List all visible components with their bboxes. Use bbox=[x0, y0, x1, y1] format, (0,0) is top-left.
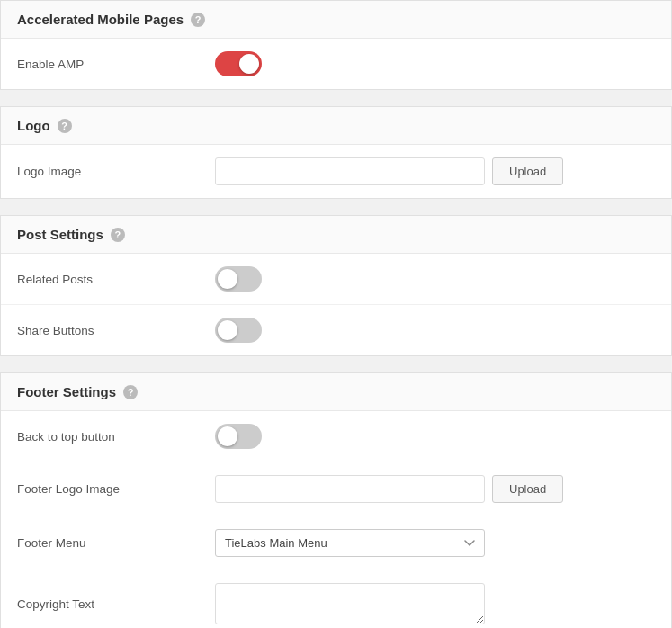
setting-row-copyright: Copyright Text bbox=[1, 570, 671, 628]
share-buttons-control bbox=[215, 318, 655, 343]
section-amp-header: Accelerated Mobile Pages ? bbox=[1, 1, 671, 39]
setting-row-footer-menu: Footer Menu TieLabs Main Menu Primary Me… bbox=[1, 516, 671, 570]
logo-input-group: Upload bbox=[215, 157, 563, 185]
toggle-thumb-share-buttons bbox=[218, 320, 237, 340]
share-buttons-toggle[interactable] bbox=[215, 318, 262, 343]
footer-logo-control: Upload bbox=[215, 475, 655, 503]
enable-amp-label: Enable AMP bbox=[17, 58, 215, 71]
footer-logo-input-group: Upload bbox=[215, 475, 563, 503]
section-logo-header: Logo ? bbox=[1, 107, 671, 145]
footer-menu-label: Footer Menu bbox=[17, 536, 215, 550]
related-posts-toggle[interactable] bbox=[215, 266, 262, 292]
setting-row-share-buttons: Share Buttons bbox=[1, 305, 671, 355]
section-amp-title: Accelerated Mobile Pages bbox=[17, 12, 184, 27]
post-settings-help-icon[interactable]: ? bbox=[111, 228, 125, 242]
logo-image-label: Logo Image bbox=[17, 165, 215, 178]
setting-row-back-to-top: Back to top button bbox=[1, 411, 671, 462]
copyright-text-label: Copyright Text bbox=[17, 597, 215, 611]
related-posts-label: Related Posts bbox=[17, 273, 215, 286]
section-logo-title: Logo bbox=[17, 118, 50, 133]
related-posts-control bbox=[215, 266, 655, 292]
amp-help-icon[interactable]: ? bbox=[191, 13, 205, 27]
setting-row-related-posts: Related Posts bbox=[1, 254, 671, 305]
footer-menu-control: TieLabs Main Menu Primary Menu Footer Me… bbox=[215, 529, 655, 557]
section-footer-settings-header: Footer Settings ? bbox=[1, 373, 671, 411]
enable-amp-control bbox=[215, 51, 655, 76]
footer-logo-upload-button[interactable]: Upload bbox=[492, 475, 563, 503]
back-to-top-label: Back to top button bbox=[17, 430, 215, 444]
section-logo-body: Logo Image Upload bbox=[1, 145, 671, 198]
section-post-settings: Post Settings ? Related Posts Share Butt… bbox=[0, 215, 672, 356]
logo-upload-button[interactable]: Upload bbox=[492, 157, 563, 185]
section-post-settings-body: Related Posts Share Buttons bbox=[1, 254, 671, 355]
toggle-thumb-amp bbox=[239, 54, 259, 74]
section-amp-body: Enable AMP bbox=[1, 39, 671, 89]
toggle-thumb-back-to-top bbox=[218, 426, 237, 446]
section-post-settings-header: Post Settings ? bbox=[1, 216, 671, 254]
enable-amp-toggle[interactable] bbox=[215, 51, 262, 76]
logo-image-input[interactable] bbox=[215, 157, 485, 185]
logo-image-control: Upload bbox=[215, 157, 655, 185]
setting-row-enable-amp: Enable AMP bbox=[1, 39, 671, 89]
copyright-text-input[interactable] bbox=[215, 583, 485, 624]
section-footer-settings: Footer Settings ? Back to top button Foo… bbox=[0, 372, 672, 628]
share-buttons-label: Share Buttons bbox=[17, 324, 215, 337]
setting-row-footer-logo: Footer Logo Image Upload bbox=[1, 462, 671, 516]
section-logo: Logo ? Logo Image Upload bbox=[0, 106, 672, 199]
section-footer-settings-body: Back to top button Footer Logo Image Upl… bbox=[1, 411, 671, 628]
back-to-top-control bbox=[215, 424, 655, 449]
footer-logo-input[interactable] bbox=[215, 475, 485, 503]
logo-help-icon[interactable]: ? bbox=[58, 119, 72, 133]
toggle-thumb-related-posts bbox=[218, 269, 237, 289]
footer-settings-help-icon[interactable]: ? bbox=[123, 385, 138, 399]
copyright-text-control bbox=[215, 583, 655, 624]
page-container: Accelerated Mobile Pages ? Enable AMP Lo… bbox=[0, 0, 672, 628]
setting-row-logo-image: Logo Image Upload bbox=[1, 145, 671, 198]
section-footer-settings-title: Footer Settings bbox=[17, 384, 116, 399]
section-amp: Accelerated Mobile Pages ? Enable AMP bbox=[0, 0, 672, 90]
footer-menu-select[interactable]: TieLabs Main Menu Primary Menu Footer Me… bbox=[215, 529, 485, 557]
back-to-top-toggle[interactable] bbox=[215, 424, 262, 449]
footer-logo-label: Footer Logo Image bbox=[17, 482, 215, 496]
section-post-settings-title: Post Settings bbox=[17, 227, 103, 242]
